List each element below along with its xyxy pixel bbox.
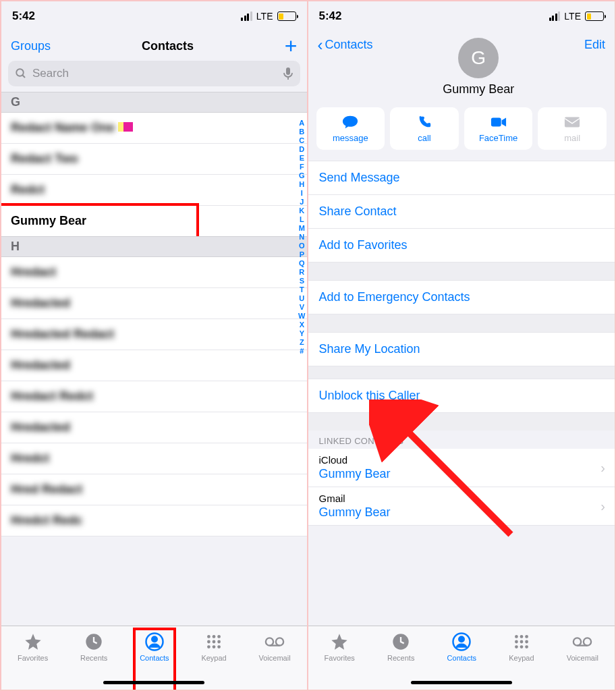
- status-bar: 5:42 LTE: [308, 1, 615, 31]
- avatar: G: [458, 38, 499, 78]
- contact-detail-screen: 5:42 LTE ‹ Contacts G Gummy Bear Edit me…: [308, 1, 615, 690]
- message-button[interactable]: message: [316, 107, 385, 150]
- section-index[interactable]: ABCDEFGHIJKLMNOPQRSTUVWXYZ#: [298, 119, 305, 355]
- clock-icon: [84, 632, 104, 652]
- list-item[interactable]: Hredacted: [1, 350, 307, 381]
- list-item[interactable]: Hredact: [1, 257, 307, 288]
- unblock-caller-cell[interactable]: Unblock this Caller: [308, 379, 615, 413]
- voicemail-icon: [264, 632, 285, 652]
- svg-point-7: [207, 635, 211, 638]
- tab-voicemail[interactable]: Voicemail: [259, 632, 291, 690]
- home-indicator[interactable]: [411, 681, 512, 684]
- search-placeholder: Search: [32, 67, 69, 80]
- actions-group: Send Message Share Contact Add to Favori…: [308, 161, 615, 526]
- send-message-cell[interactable]: Send Message: [308, 161, 615, 195]
- contacts-list-screen: 5:42 LTE Groups Contacts + Search G Reda…: [1, 1, 308, 690]
- list-item[interactable]: Hred Redact: [1, 474, 307, 505]
- message-icon: [342, 114, 358, 130]
- edit-button[interactable]: Edit: [584, 38, 605, 52]
- status-right: LTE: [549, 11, 604, 22]
- keypad-icon: [511, 632, 532, 652]
- chevron-right-icon: ›: [600, 499, 605, 514]
- keypad-icon: [204, 632, 224, 652]
- contact-name: Gummy Bear: [443, 82, 514, 96]
- emergency-contacts-cell[interactable]: Add to Emergency Contacts: [308, 280, 615, 314]
- list-item[interactable]: Hredacted Redact: [1, 319, 307, 350]
- mic-icon[interactable]: [283, 67, 293, 80]
- svg-point-6: [152, 637, 157, 642]
- svg-point-9: [217, 635, 221, 638]
- contact-list[interactable]: G Redact Name One Redact Two Redct Gummy…: [1, 92, 307, 536]
- back-button[interactable]: ‹ Contacts: [318, 38, 373, 52]
- list-item[interactable]: Redct: [1, 175, 307, 206]
- svg-line-1: [22, 75, 25, 78]
- share-location-cell[interactable]: Share My Location: [308, 332, 615, 366]
- network-label: LTE: [564, 11, 581, 22]
- chevron-right-icon: ›: [600, 460, 605, 476]
- avatar-block: G Gummy Bear: [373, 38, 584, 96]
- list-item[interactable]: Hredacted: [1, 288, 307, 319]
- list-item[interactable]: Redact Name One: [1, 113, 307, 144]
- facetime-button[interactable]: FaceTime: [464, 107, 533, 150]
- status-time: 5:42: [319, 9, 342, 23]
- svg-point-27: [525, 635, 528, 638]
- chevron-left-icon: ‹: [318, 39, 323, 51]
- action-row: message call FaceTime mail: [308, 101, 615, 161]
- add-favorites-cell[interactable]: Add to Favorites: [308, 229, 615, 262]
- battery-icon: [585, 11, 604, 21]
- svg-point-12: [217, 640, 221, 644]
- star-icon: [23, 632, 43, 652]
- status-time: 5:42: [12, 9, 35, 23]
- voicemail-icon: [572, 632, 592, 652]
- list-item[interactable]: Redact Two: [1, 144, 307, 175]
- svg-point-32: [520, 645, 524, 648]
- section-header-g: G: [1, 92, 307, 113]
- list-item[interactable]: Hredacted: [1, 412, 307, 443]
- tab-bar: Favorites Recents Contacts Keypad Voicem…: [1, 626, 307, 690]
- call-button[interactable]: call: [390, 107, 459, 150]
- tab-keypad[interactable]: Keypad: [509, 632, 534, 690]
- section-header-h: H: [1, 236, 307, 257]
- search-input[interactable]: Search: [8, 61, 300, 86]
- share-contact-cell[interactable]: Share Contact: [308, 195, 615, 229]
- svg-rect-20: [565, 117, 580, 128]
- status-bar: 5:42 LTE: [1, 1, 307, 31]
- star-icon: [329, 632, 349, 652]
- svg-point-17: [276, 638, 283, 645]
- tab-keypad[interactable]: Keypad: [201, 632, 226, 690]
- tab-voicemail[interactable]: Voicemail: [567, 632, 598, 690]
- svg-point-28: [515, 640, 518, 644]
- mail-button: mail: [538, 107, 607, 150]
- linked-contact-gmail[interactable]: Gmail Gummy Bear ›: [308, 487, 615, 526]
- contact-icon: [451, 632, 472, 652]
- list-item-gummy-bear[interactable]: Gummy Bear: [1, 203, 199, 239]
- svg-point-15: [217, 645, 221, 648]
- list-item[interactable]: Hredct Redc: [1, 505, 307, 536]
- search-icon: [15, 67, 27, 80]
- list-item[interactable]: Hredact Redct: [1, 381, 307, 412]
- tab-favorites[interactable]: Favorites: [325, 632, 355, 690]
- svg-point-33: [525, 645, 528, 648]
- svg-point-30: [525, 640, 528, 644]
- svg-point-16: [266, 638, 273, 645]
- video-icon: [491, 114, 507, 130]
- add-contact-button[interactable]: +: [285, 34, 298, 59]
- svg-point-31: [515, 645, 518, 648]
- signal-icon: [549, 11, 561, 21]
- svg-rect-2: [286, 67, 290, 75]
- svg-rect-19: [491, 118, 501, 127]
- clock-icon: [391, 632, 411, 652]
- svg-point-24: [459, 637, 465, 642]
- svg-point-13: [207, 645, 211, 648]
- nav-header: Groups Contacts +: [1, 31, 307, 61]
- home-indicator[interactable]: [103, 681, 204, 684]
- groups-button[interactable]: Groups: [11, 39, 51, 53]
- list-item[interactable]: Hredct: [1, 443, 307, 474]
- svg-point-26: [520, 635, 524, 638]
- phone-icon: [416, 114, 432, 130]
- tab-favorites[interactable]: Favorites: [18, 632, 48, 690]
- svg-point-34: [573, 638, 581, 645]
- contact-icon: [144, 632, 165, 652]
- linked-contact-icloud[interactable]: iCloud Gummy Bear ›: [308, 449, 615, 487]
- detail-header: ‹ Contacts G Gummy Bear Edit: [308, 31, 615, 101]
